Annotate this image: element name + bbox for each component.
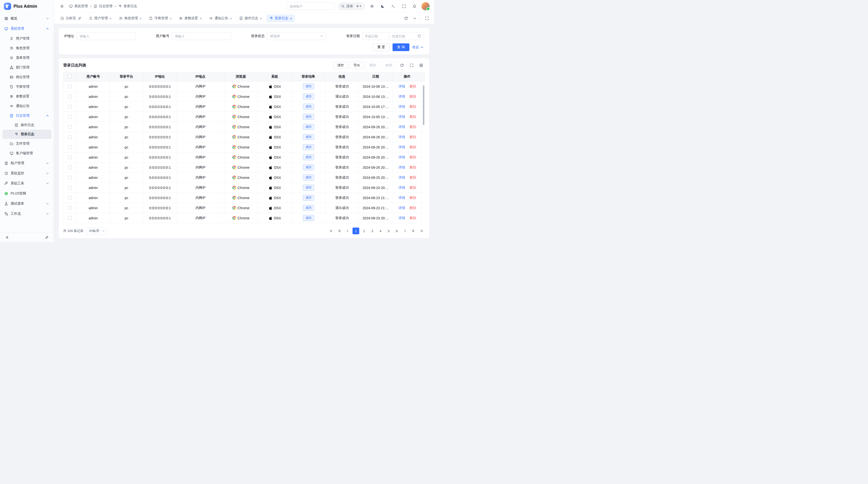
row-checkbox[interactable] xyxy=(68,105,72,108)
detail-link[interactable]: 详情 xyxy=(399,135,405,139)
settings-button[interactable] xyxy=(368,3,376,10)
row-checkbox[interactable] xyxy=(68,206,72,210)
status-select[interactable]: 请选择 xyxy=(267,32,326,40)
detail-link[interactable]: 详情 xyxy=(399,84,405,89)
ip-input[interactable] xyxy=(76,32,136,40)
refresh-table-button[interactable] xyxy=(398,62,406,69)
table-row[interactable]: admin pc 0:0:0:0:0:0:0:1 内网IP Chrome xyxy=(63,122,425,132)
table-row[interactable]: admin pc 0:0:0:0:0:0:0:1 内网IP Chrome xyxy=(63,152,425,162)
page-number-button[interactable]: 1 xyxy=(352,228,359,234)
collapse-sidebar-button[interactable] xyxy=(3,234,10,241)
notifications-button[interactable] xyxy=(411,3,418,10)
reset-button[interactable]: 重 置 xyxy=(373,43,390,51)
row-checkbox[interactable] xyxy=(68,115,72,119)
date-start-input[interactable] xyxy=(365,34,386,38)
delete-link[interactable]: 删除 xyxy=(410,186,416,190)
detail-link[interactable]: 详情 xyxy=(399,125,405,129)
export-button[interactable]: 导出 xyxy=(350,62,364,69)
tab-loginlog[interactable]: 登录日志 × xyxy=(267,14,295,22)
date-range-picker[interactable]: → xyxy=(362,32,424,40)
page-size-select[interactable]: 20条/页 xyxy=(86,227,107,234)
sidebar-item-log[interactable]: 日志管理 xyxy=(2,111,51,121)
delete-link[interactable]: 删除 xyxy=(410,125,416,129)
delete-button[interactable]: 删除 xyxy=(366,62,380,69)
prev-5-pages-button[interactable] xyxy=(336,228,343,234)
logo[interactable]: Plus Admin xyxy=(0,0,54,12)
row-checkbox[interactable] xyxy=(68,156,72,159)
global-search-button[interactable]: 搜索 ⌘ K xyxy=(338,2,365,10)
column-header[interactable]: IP地点 xyxy=(177,72,224,82)
delete-link[interactable]: 删除 xyxy=(410,206,416,210)
breadcrumb-item[interactable]: 登录日志 xyxy=(118,4,137,8)
fullscreen-button[interactable] xyxy=(400,3,407,10)
detail-link[interactable]: 详情 xyxy=(399,186,405,190)
close-icon[interactable]: × xyxy=(110,17,112,20)
sidebar-item-user[interactable]: 用户管理 xyxy=(2,34,51,43)
content-fullscreen-button[interactable] xyxy=(424,15,431,22)
table-row[interactable]: admin pc 0:0:0:0:0:0:0:1 内网IP Chrome xyxy=(63,102,425,112)
page-number-button[interactable]: 4 xyxy=(377,228,384,234)
table-row[interactable]: admin pc 0:0:0:0:0:0:0:1 内网IP Chrome xyxy=(63,213,425,223)
table-row[interactable]: admin pc 0:0:0:0:0:0:0:1 内网IP Chrome xyxy=(63,82,425,92)
sidebar-item-role[interactable]: 角色管理 xyxy=(2,43,51,53)
avatar[interactable] xyxy=(422,2,430,10)
column-header[interactable]: 操作 xyxy=(393,72,422,82)
vertical-scrollbar[interactable] xyxy=(423,85,424,125)
table-row[interactable]: admin pc 0:0:0:0:0:0:0:1 内网IP Chrome xyxy=(63,142,425,152)
sidebar-item-monitor[interactable]: 系统监控 xyxy=(2,168,51,179)
delete-link[interactable]: 删除 xyxy=(410,115,416,119)
column-header[interactable]: 日期 xyxy=(359,72,393,82)
row-checkbox[interactable] xyxy=(68,146,72,149)
row-checkbox[interactable] xyxy=(68,166,72,169)
delete-link[interactable]: 删除 xyxy=(410,145,416,150)
sidebar-item-workflow[interactable]: 工作流 xyxy=(2,209,51,219)
sidebar-item-operlog[interactable]: 操作日志 xyxy=(2,121,51,130)
menu-toggle-button[interactable] xyxy=(58,3,66,10)
delete-link[interactable]: 删除 xyxy=(410,155,416,160)
delete-link[interactable]: 删除 xyxy=(410,105,416,109)
column-settings-button[interactable] xyxy=(417,62,425,69)
sidebar-item-notice[interactable]: 通知公告 xyxy=(2,101,51,111)
sidebar-item-client[interactable]: 客户端管理 xyxy=(2,149,51,158)
sidebar-item-loginlog[interactable]: 登录日志 xyxy=(2,130,51,139)
sidebar-item-tool[interactable]: 系统工具 xyxy=(2,179,51,189)
row-checkbox[interactable] xyxy=(68,216,72,220)
sidebar-item-param[interactable]: 参数设置 xyxy=(2,92,51,101)
row-checkbox[interactable] xyxy=(68,125,72,129)
close-icon[interactable]: × xyxy=(170,17,172,20)
detail-link[interactable]: 详情 xyxy=(399,216,405,220)
tab-analysis[interactable]: 分析页 xyxy=(57,14,84,22)
sidebar-item-test[interactable]: 测试菜单 xyxy=(2,199,51,209)
sidebar-item-tenant[interactable]: 租户管理 xyxy=(2,158,51,168)
prev-page-button[interactable] xyxy=(344,228,351,234)
tenant-select-input[interactable] xyxy=(286,2,335,10)
column-header[interactable]: 浏览器 xyxy=(224,72,258,82)
detail-link[interactable]: 详情 xyxy=(399,145,405,150)
sidebar-item-file[interactable]: 文件管理 xyxy=(2,139,51,149)
tab-param[interactable]: 参数设置 × xyxy=(176,14,205,22)
tab-operlog[interactable]: 操作日志 × xyxy=(236,14,265,22)
first-page-button[interactable] xyxy=(328,228,335,234)
delete-link[interactable]: 删除 xyxy=(410,196,416,200)
unlock-button[interactable]: 解锁 xyxy=(382,62,396,69)
detail-link[interactable]: 详情 xyxy=(399,175,405,180)
delete-link[interactable]: 删除 xyxy=(410,135,416,139)
row-checkbox[interactable] xyxy=(68,186,72,189)
tab-user[interactable]: 用户管理 × xyxy=(86,14,115,22)
column-header[interactable]: 登录平台 xyxy=(110,72,143,82)
row-checkbox[interactable] xyxy=(68,176,72,179)
page-number-button[interactable]: 2 xyxy=(361,228,368,234)
table-row[interactable]: admin pc 0:0:0:0:0:0:0:1 内网IP Chrome xyxy=(63,193,425,203)
date-end-input[interactable] xyxy=(392,34,413,38)
detail-link[interactable]: 详情 xyxy=(399,196,405,200)
sidebar-item-menu[interactable]: 菜单管理 xyxy=(2,53,51,63)
detail-link[interactable]: 详情 xyxy=(399,115,405,119)
page-number-button[interactable]: 3 xyxy=(369,228,376,234)
table-row[interactable]: admin pc 0:0:0:0:0:0:0:1 内网IP Chrome xyxy=(63,92,425,102)
pin-sidebar-button[interactable] xyxy=(43,234,51,241)
sidebar-item-site[interactable]: PLUS官网 xyxy=(2,189,51,199)
breadcrumb-item[interactable]: 系统管理 xyxy=(69,4,88,8)
sidebar-item-dict[interactable]: 字典管理 xyxy=(2,82,51,92)
tab-notice[interactable]: 通知公告 × xyxy=(206,14,235,22)
table-row[interactable]: admin pc 0:0:0:0:0:0:0:1 内网IP Chrome xyxy=(63,183,425,193)
